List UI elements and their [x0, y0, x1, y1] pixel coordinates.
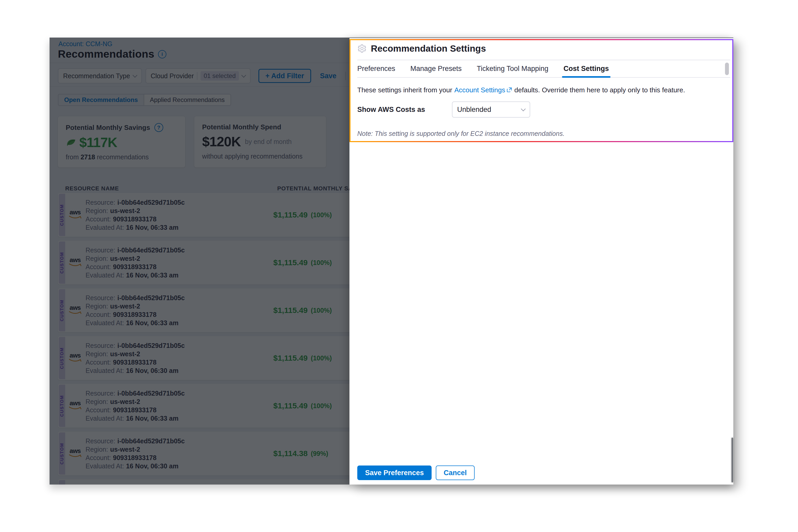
chevron-down-icon	[521, 107, 526, 111]
tabbar-scrollbar-thumb[interactable]	[725, 62, 729, 75]
show-aws-costs-field: Show AWS Costs as Unblended	[357, 101, 530, 118]
tab-cost-settings-label: Cost Settings	[564, 65, 609, 73]
cancel-button[interactable]: Cancel	[436, 466, 475, 480]
ec2-note: Note: This setting is supported only for…	[357, 130, 565, 137]
aws-cost-type-select[interactable]: Unblended	[452, 101, 530, 118]
gear-icon	[357, 44, 367, 53]
drawer-header: Recommendation Settings	[357, 43, 486, 54]
tab-ticketing-tool-mapping[interactable]: Ticketing Tool Mapping	[477, 60, 548, 77]
save-preferences-button[interactable]: Save Preferences	[357, 466, 432, 480]
drawer-tab-bar: Preferences Manage Presets Ticketing Too…	[357, 60, 730, 78]
account-settings-link[interactable]: Account Settings	[454, 86, 512, 94]
recommendation-settings-drawer: Recommendation Settings Preferences Mana…	[349, 38, 733, 484]
settings-description: These settings inherit from yourAccount …	[357, 86, 715, 94]
drawer-footer: Save Preferences Cancel	[357, 466, 475, 480]
drawer-title: Recommendation Settings	[371, 43, 486, 54]
active-tab-underline	[562, 76, 610, 78]
drawer-scrollbar-thumb[interactable]	[732, 438, 733, 482]
account-settings-link-label: Account Settings	[454, 86, 505, 94]
tab-preferences[interactable]: Preferences	[357, 60, 395, 77]
aws-cost-type-value: Unblended	[457, 106, 491, 114]
description-prefix: These settings inherit from your	[357, 86, 452, 94]
description-suffix: defaults. Override them here to apply on…	[514, 86, 685, 94]
tab-manage-presets[interactable]: Manage Presets	[411, 60, 462, 77]
tab-cost-settings[interactable]: Cost Settings	[564, 60, 609, 77]
show-aws-costs-label: Show AWS Costs as	[357, 106, 452, 114]
external-link-icon	[507, 87, 512, 93]
screenshot-canvas: Account: CCM-NG Recommendations i Recomm…	[0, 0, 798, 532]
